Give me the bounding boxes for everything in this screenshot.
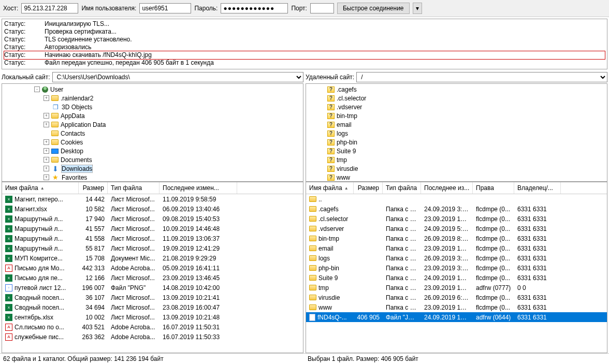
column-header[interactable]: Тип файла <box>383 182 421 194</box>
list-item[interactable]: x Маршрутный л...41 557Лист Microsof...1… <box>2 224 303 234</box>
list-item[interactable]: tmpПапка с ф...23.09.2019 19:5...adfrw (… <box>306 283 607 293</box>
list-item[interactable]: A Сл.письмо по о...403 521Adobe Acroba..… <box>2 322 303 332</box>
password-input[interactable] <box>221 3 288 13</box>
list-item[interactable]: x Сводный посел...34 694Лист Microsof...… <box>2 302 303 312</box>
tree-expander[interactable]: + <box>44 122 49 127</box>
list-item[interactable]: .. <box>306 194 607 204</box>
remote-path-input[interactable]: / <box>356 72 607 82</box>
tree-item[interactable]: ❒3D Objects <box>2 103 303 111</box>
cell: Лист Microsof... <box>108 294 160 301</box>
username-input[interactable] <box>139 3 191 13</box>
tree-item[interactable]: .cl.selector <box>306 94 607 103</box>
tree-item[interactable]: virusdie <box>306 164 607 173</box>
column-label: Права <box>476 184 494 192</box>
excel-icon: x <box>5 196 12 203</box>
list-item[interactable]: x сентябрь.xlsx10 002Лист Microsof...13.… <box>2 312 303 322</box>
tree-item[interactable]: +Desktop <box>2 147 303 155</box>
tree-item[interactable]: Contacts <box>2 129 303 138</box>
list-item[interactable]: Suite 9Папка с ф...24.09.2019 17:1...flc… <box>306 273 607 283</box>
quick-connect-button[interactable]: Быстрое соединение <box>337 3 410 14</box>
local-file-list[interactable]: Имя файла▲РазмерТип файлаПоследнее измен… <box>2 182 303 353</box>
tree-item[interactable]: +★Favorites <box>2 173 303 182</box>
column-header[interactable]: Тип файла <box>108 182 160 194</box>
tree-expander-none <box>320 166 325 171</box>
connection-toolbar: Хост: Имя пользователя: Пароль: Порт: Бы… <box>0 0 609 17</box>
column-label: Тип файла <box>111 184 142 192</box>
list-item[interactable]: emailПапка с ф...23.09.2019 19:5...flcdm… <box>306 243 607 253</box>
column-header[interactable]: Размер <box>79 182 108 194</box>
log-row: Статус:Файл передан успешно, передан 406… <box>4 59 605 67</box>
list-item[interactable]: bin-tmpПапка с ф...26.09.2019 8:28:...fl… <box>306 234 607 243</box>
tree-item[interactable]: +⬇Downloads <box>2 164 303 173</box>
log-message: Файл передан успешно, передан 406 905 ба… <box>45 59 214 67</box>
tree-expander[interactable]: + <box>44 95 49 101</box>
tree-expander[interactable]: + <box>44 174 49 180</box>
tree-expander[interactable]: + <box>44 139 49 145</box>
tree-item[interactable]: www <box>306 173 607 182</box>
port-input[interactable] <box>310 3 334 13</box>
tree-expander[interactable]: + <box>44 113 49 119</box>
host-input[interactable] <box>21 3 78 13</box>
list-item[interactable]: ▫ путевой лист 12...196 007Файл "PNG"14.… <box>2 283 303 293</box>
cell: Папка с ф... <box>383 245 421 252</box>
column-header[interactable]: Имя файла▲ <box>2 182 79 194</box>
tree-expander[interactable]: - <box>34 86 40 92</box>
list-item[interactable]: fND4sQ-...406 905Файл "JPG"24.09.2019 16… <box>306 312 607 322</box>
folder-icon <box>309 275 316 281</box>
list-item[interactable]: php-binПапка с ф...23.09.2019 3:01:...fl… <box>306 263 607 273</box>
list-item[interactable]: x Маршрутный л...41 558Лист Microsof...1… <box>2 234 303 243</box>
tree-item[interactable]: -User <box>2 85 303 94</box>
tree-expander[interactable]: + <box>44 157 49 163</box>
log-message: Инициализирую TLS... <box>45 20 109 28</box>
tree-item[interactable]: php-bin <box>306 138 607 147</box>
tree-item[interactable]: +Documents <box>2 155 303 164</box>
tree-expander[interactable]: + <box>44 148 49 154</box>
list-item[interactable]: x Маршрутный л...17 940Лист Microsof...0… <box>2 214 303 224</box>
list-item[interactable]: A Письмо для Мо...442 313Adobe Acroba...… <box>2 263 303 273</box>
tree-item-label: Contacts <box>61 130 85 137</box>
list-item[interactable]: x Магнит, пятеро...14 442Лист Microsof..… <box>2 194 303 204</box>
local-tree[interactable]: -User+.rainlendar2❒3D Objects+AppData+Ap… <box>2 83 303 182</box>
tree-item[interactable]: +Application Data <box>2 120 303 129</box>
tree-item[interactable]: logs <box>306 129 607 138</box>
cell: 13.09.2019 10:21:48 <box>160 314 237 321</box>
column-header[interactable]: Размер <box>354 182 383 194</box>
list-item[interactable]: x Сводный посел...36 107Лист Microsof...… <box>2 293 303 302</box>
column-header[interactable]: Последнее из... <box>421 182 473 194</box>
tree-item[interactable]: .cagefs <box>306 85 607 94</box>
tree-item[interactable]: tmp <box>306 155 607 164</box>
tree-item[interactable]: +AppData <box>2 111 303 120</box>
list-item[interactable]: x Магнит.xlsx10 582Лист Microsof...06.09… <box>2 204 303 214</box>
tree-item[interactable]: bin-tmp <box>306 111 607 120</box>
column-header[interactable]: Имя файла▲ <box>306 182 354 194</box>
file-name: .cl.selector <box>318 215 348 223</box>
column-label: Последнее измен... <box>163 184 219 192</box>
column-header[interactable]: Последнее измен... <box>160 182 237 194</box>
list-item[interactable]: .vdserverПапка с ф...24.09.2019 5:55:...… <box>306 224 607 234</box>
list-item[interactable]: logsПапка с ф...26.09.2019 3:38:...flcdm… <box>306 253 607 263</box>
file-name: Магнит.xlsx <box>15 206 47 213</box>
list-item[interactable]: virusdieПапка с ф...26.09.2019 6:11:...f… <box>306 293 607 302</box>
cell: 10 002 <box>79 314 108 321</box>
quick-connect-dropdown[interactable]: ▾ <box>413 3 422 14</box>
list-item[interactable]: .cl.selectorПапка с ф...23.09.2019 19:5.… <box>306 214 607 224</box>
tree-item[interactable]: email <box>306 120 607 129</box>
column-header[interactable]: Права <box>473 182 514 194</box>
local-path-input[interactable]: C:\Users\User\Downloads\ <box>52 72 304 82</box>
list-item[interactable]: x Маршрутный л...55 817Лист Microsof...1… <box>2 243 303 253</box>
list-item[interactable]: .cagefsПапка с ф...24.09.2019 3:00:...fl… <box>306 204 607 214</box>
message-log[interactable]: Статус:Инициализирую TLS...Статус:Провер… <box>2 19 607 69</box>
tree-item[interactable]: .vdserver <box>306 103 607 111</box>
list-item[interactable]: wwwПапка с ф...23.09.2019 19:5...flcdmpe… <box>306 302 607 312</box>
list-item[interactable]: x Письмо для пе...12 166Лист Microsof...… <box>2 273 303 283</box>
tree-expander[interactable]: + <box>44 166 49 171</box>
remote-tree[interactable]: .cagefs.cl.selector.vdserverbin-tmpemail… <box>306 83 607 182</box>
tree-item[interactable]: Suite 9 <box>306 147 607 155</box>
tree-item[interactable]: +.rainlendar2 <box>2 94 303 103</box>
tree-item[interactable]: +Cookies <box>2 138 303 147</box>
remote-file-list[interactable]: Имя файла▲РазмерТип файлаПоследнее из...… <box>306 182 607 353</box>
column-header[interactable]: Владелец/... <box>514 182 561 194</box>
list-item[interactable]: x МУП Комритсе...15 708Документ Mic...21… <box>2 253 303 263</box>
list-item[interactable]: A служебные пис...263 362Adobe Acroba...… <box>2 332 303 342</box>
tree-item-label: Suite 9 <box>337 148 356 155</box>
